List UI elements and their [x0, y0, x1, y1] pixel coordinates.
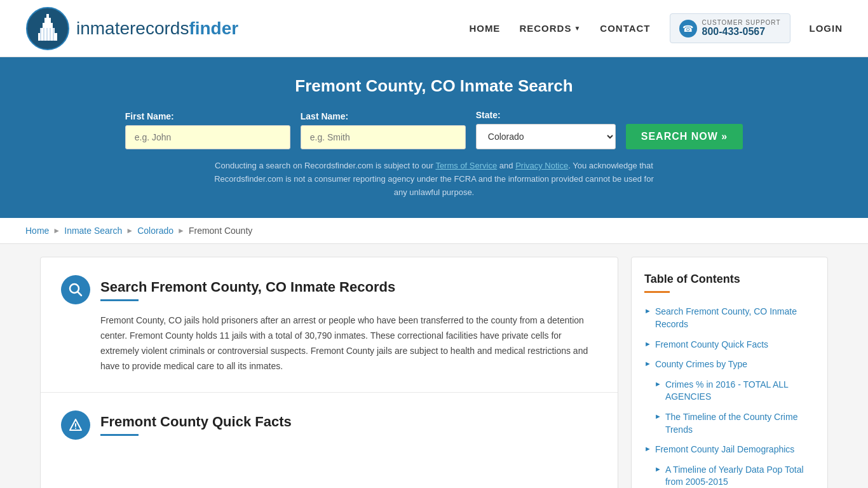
main-container: Search Fremont County, CO Inmate Records… — [27, 257, 841, 488]
breadcrumb: Home ► Inmate Search ► Colorado ► Fremon… — [0, 218, 868, 244]
toc-item-6: ► A Timeline of Yearly Data Pop Total fr… — [644, 461, 815, 488]
toc-link-0[interactable]: Search Fremont County, CO Inmate Records — [655, 306, 815, 330]
site-header: inmaterecordsfinder HOME RECORDS ▼ CONTA… — [0, 0, 868, 57]
content-area: Search Fremont County, CO Inmate Records… — [40, 257, 618, 488]
chevron-right-icon: ► — [644, 360, 651, 367]
svg-rect-3 — [43, 23, 53, 29]
svg-rect-8 — [46, 28, 48, 41]
sidebar: Table of Contents ► Search Fremont Count… — [631, 257, 828, 488]
warning-icon — [61, 410, 90, 440]
state-select[interactable]: Colorado — [476, 124, 616, 149]
toc-item-5: ► Fremont County Jail Demographics — [644, 441, 815, 459]
nav-contact[interactable]: CONTACT — [600, 23, 650, 34]
chevron-right-icon: ► — [654, 380, 661, 388]
privacy-link[interactable]: Privacy Notice — [515, 161, 568, 170]
toc-link-6[interactable]: A Timeline of Yearly Data Pop Total from… — [665, 464, 815, 488]
toc-item-2: ► County Crimes by Type — [644, 356, 815, 374]
toc-item-3: ► Crimes % in 2016 - TOTAL ALL AGENCIES — [644, 376, 815, 406]
hero-disclaimer: Conducting a search on Recordsfinder.com… — [212, 159, 656, 199]
svg-rect-7 — [43, 28, 44, 41]
breadcrumb-colorado[interactable]: Colorado — [137, 226, 173, 236]
logo-text: inmaterecordsfinder — [76, 18, 238, 39]
toc-box: Table of Contents ► Search Fremont Count… — [631, 257, 828, 488]
chevron-right-icon: ► — [644, 307, 651, 315]
search-icon — [61, 275, 90, 304]
svg-rect-6 — [40, 28, 41, 41]
breadcrumb-inmate-search[interactable]: Inmate Search — [64, 226, 122, 236]
chevron-down-icon: ▼ — [574, 25, 581, 32]
toc-item-1: ► Fremont County Quick Facts — [644, 336, 815, 354]
hero-section: Fremont County, CO Inmate Search First N… — [0, 57, 868, 218]
svg-rect-4 — [44, 18, 51, 24]
section-body-1: Fremont County, CO jails hold prisoners … — [61, 313, 597, 374]
section-header-1: Search Fremont County, CO Inmate Records — [61, 275, 597, 304]
state-label: State: — [476, 110, 501, 120]
svg-line-12 — [78, 292, 82, 296]
breadcrumb-sep-3: ► — [177, 226, 185, 235]
chevron-right-icon: ► — [654, 412, 661, 420]
first-name-input[interactable] — [125, 125, 290, 149]
breadcrumb-current: Fremont County — [189, 226, 252, 236]
section-underline-2 — [100, 434, 139, 436]
toc-divider — [644, 291, 670, 293]
section-inmate-records: Search Fremont County, CO Inmate Records… — [41, 257, 618, 392]
toc-item-0: ► Search Fremont County, CO Inmate Recor… — [644, 303, 815, 333]
first-name-group: First Name: — [125, 111, 290, 149]
headphone-icon: ☎ — [679, 20, 697, 37]
chevron-right-icon: ► — [644, 445, 651, 452]
nav-home[interactable]: HOME — [469, 23, 500, 34]
toc-link-2[interactable]: County Crimes by Type — [655, 358, 747, 371]
first-name-label: First Name: — [125, 111, 174, 121]
main-nav: HOME RECORDS ▼ CONTACT ☎ CUSTOMER SUPPOR… — [469, 13, 843, 43]
logo[interactable]: inmaterecordsfinder — [25, 6, 238, 51]
svg-rect-9 — [50, 28, 51, 41]
support-label: CUSTOMER SUPPORT — [702, 19, 781, 26]
last-name-group: Last Name: — [301, 111, 466, 149]
section-title-1: Search Fremont County, CO Inmate Records — [100, 279, 395, 295]
breadcrumb-sep-2: ► — [126, 226, 133, 235]
last-name-label: Last Name: — [301, 111, 348, 121]
toc-link-5[interactable]: Fremont County Jail Demographics — [655, 444, 794, 456]
section-header-2: Fremont County Quick Facts — [61, 410, 597, 440]
support-phone: 800-433-0567 — [702, 26, 781, 37]
search-button[interactable]: SEARCH NOW » — [626, 124, 743, 149]
svg-rect-10 — [53, 28, 54, 41]
toc-title: Table of Contents — [644, 273, 815, 286]
toc-list: ► Search Fremont County, CO Inmate Recor… — [644, 303, 815, 488]
tos-link[interactable]: Terms of Service — [435, 161, 497, 170]
nav-login[interactable]: LOGIN — [810, 23, 843, 34]
chevron-right-icon: ► — [644, 340, 651, 348]
toc-link-3[interactable]: Crimes % in 2016 - TOTAL ALL AGENCIES — [665, 379, 815, 403]
customer-support-box[interactable]: ☎ CUSTOMER SUPPORT 800-433-0567 — [670, 13, 790, 43]
chevron-right-icon: ► — [654, 465, 661, 473]
nav-records[interactable]: RECORDS ▼ — [519, 23, 581, 34]
section-underline-1 — [100, 299, 139, 301]
toc-item-4: ► The Timeline of the County Crime Trend… — [644, 409, 815, 438]
logo-icon — [25, 6, 70, 51]
breadcrumb-home[interactable]: Home — [25, 226, 49, 236]
section-title-2: Fremont County Quick Facts — [100, 414, 292, 430]
support-info: CUSTOMER SUPPORT 800-433-0567 — [702, 19, 781, 37]
svg-rect-5 — [46, 14, 49, 18]
toc-link-1[interactable]: Fremont County Quick Facts — [655, 339, 768, 351]
section-quick-facts: Fremont County Quick Facts — [41, 393, 618, 466]
toc-link-4[interactable]: The Timeline of the County Crime Trends — [665, 411, 815, 436]
search-form: First Name: Last Name: State: Colorado S… — [25, 110, 843, 149]
hero-title: Fremont County, CO Inmate Search — [25, 76, 843, 96]
last-name-input[interactable] — [301, 125, 466, 149]
state-group: State: Colorado — [476, 110, 616, 149]
svg-point-14 — [75, 428, 76, 429]
breadcrumb-sep-1: ► — [53, 226, 60, 235]
